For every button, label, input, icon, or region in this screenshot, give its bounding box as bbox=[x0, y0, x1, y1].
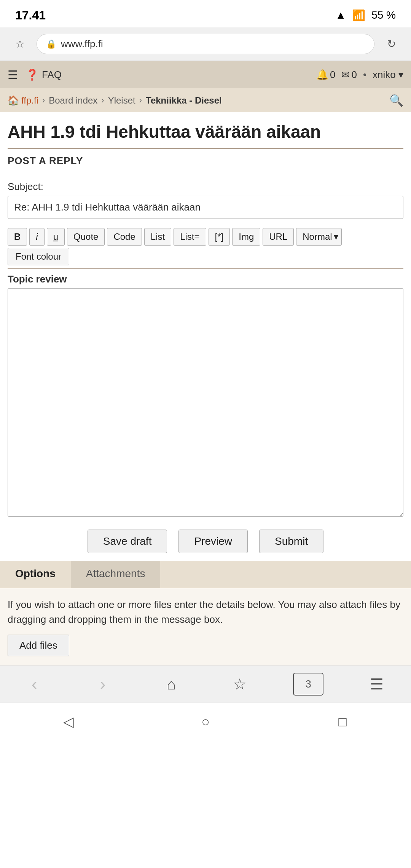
mail-icon: ✉ bbox=[341, 69, 350, 81]
subject-input[interactable] bbox=[8, 196, 403, 219]
post-reply-header: POST A REPLY bbox=[8, 148, 403, 173]
url-text: www.ffp.fi bbox=[61, 38, 103, 50]
editor-toolbar: B i u Quote Code List List= [*] Img URL … bbox=[8, 223, 403, 268]
code-button[interactable]: Code bbox=[107, 228, 142, 246]
subject-row: Subject: bbox=[8, 173, 403, 223]
search-button[interactable]: 🔍 bbox=[389, 94, 403, 107]
bell-icon: 🔔 bbox=[316, 69, 328, 81]
wifi-icon: ▲ bbox=[335, 9, 346, 21]
underline-button[interactable]: u bbox=[47, 228, 65, 246]
action-buttons: Save draft Preview Submit bbox=[0, 518, 411, 561]
breadcrumb-sep-3: › bbox=[139, 96, 142, 105]
img-button[interactable]: Img bbox=[232, 228, 260, 246]
android-recents-button[interactable]: □ bbox=[327, 710, 358, 733]
separator: • bbox=[363, 69, 366, 81]
breadcrumb-sep-1: › bbox=[42, 96, 45, 105]
italic-button[interactable]: i bbox=[29, 228, 44, 246]
faq-label: FAQ bbox=[42, 69, 62, 81]
list-button[interactable]: List bbox=[144, 228, 171, 246]
mail-count: 0 bbox=[351, 69, 357, 81]
forum-navbar: ☰ ❓ FAQ 🔔 0 ✉ 0 • xniko ▾ bbox=[0, 61, 411, 88]
quote-button[interactable]: Quote bbox=[67, 228, 105, 246]
username: xniko bbox=[373, 69, 396, 80]
faq-link[interactable]: ❓ FAQ bbox=[25, 69, 62, 81]
post-reply-section: POST A REPLY Subject: B i u Quote Code L… bbox=[0, 148, 411, 518]
bell-count: 0 bbox=[330, 69, 335, 81]
mail-item[interactable]: ✉ 0 bbox=[341, 69, 357, 81]
normal-dropdown-icon: ▾ bbox=[334, 231, 338, 242]
status-bar: 17.41 ▲ 📶 55 % bbox=[0, 0, 411, 27]
android-nav: ◁ ○ □ bbox=[0, 702, 411, 741]
bookmarks-button[interactable]: ☆ bbox=[225, 673, 255, 696]
page-title: AHH 1.9 tdi Hehkuttaa väärään aikaan bbox=[0, 112, 411, 148]
bold-button[interactable]: B bbox=[8, 228, 27, 246]
dropdown-icon: ▾ bbox=[398, 69, 403, 80]
notification-bell[interactable]: 🔔 0 bbox=[316, 69, 335, 81]
signal-icon: 📶 bbox=[352, 9, 365, 22]
attachments-description: If you wish to attach one or more files … bbox=[8, 597, 403, 627]
bookmark-button[interactable]: ☆ bbox=[9, 34, 30, 55]
font-colour-button[interactable]: Font colour bbox=[8, 248, 69, 265]
topic-review-label: Topic review bbox=[8, 269, 403, 288]
normal-select[interactable]: Normal ▾ bbox=[296, 228, 341, 246]
bottom-browser-nav: ‹ › ⌂ ☆ 3 ☰ bbox=[0, 665, 411, 702]
add-files-button[interactable]: Add files bbox=[8, 635, 69, 656]
hamburger-button[interactable]: ☰ bbox=[8, 68, 18, 81]
topic-review-textarea[interactable] bbox=[8, 288, 403, 517]
tab-options[interactable]: Options bbox=[0, 561, 71, 588]
preview-button[interactable]: Preview bbox=[178, 530, 248, 553]
breadcrumb: 🏠 ffp.fi › Board index › Yleiset › Tekni… bbox=[0, 88, 411, 112]
url-button[interactable]: URL bbox=[263, 228, 294, 246]
submit-button[interactable]: Submit bbox=[259, 530, 323, 553]
star-button[interactable]: [*] bbox=[209, 228, 230, 246]
tab-attachments[interactable]: Attachments bbox=[71, 561, 161, 588]
tabs-bar: Options Attachments bbox=[0, 561, 411, 588]
save-draft-button[interactable]: Save draft bbox=[88, 530, 167, 553]
lock-icon: 🔒 bbox=[46, 39, 56, 49]
home-button[interactable]: ⌂ bbox=[156, 673, 186, 696]
android-home-button[interactable]: ○ bbox=[190, 710, 221, 733]
user-menu[interactable]: xniko ▾ bbox=[373, 69, 403, 81]
android-back-button[interactable]: ◁ bbox=[53, 710, 84, 733]
breadcrumb-home-label: ffp.fi bbox=[21, 95, 38, 106]
attachments-panel: If you wish to attach one or more files … bbox=[0, 588, 411, 665]
url-bar[interactable]: 🔒 www.ffp.fi bbox=[37, 34, 374, 54]
list-eq-button[interactable]: List= bbox=[174, 228, 206, 246]
battery-level: 55 % bbox=[371, 9, 396, 21]
browser-bar: ☆ 🔒 www.ffp.fi ↻ bbox=[0, 27, 411, 61]
refresh-button[interactable]: ↻ bbox=[381, 34, 402, 55]
tabs-button[interactable]: 3 bbox=[293, 673, 323, 696]
status-icons: ▲ 📶 55 % bbox=[335, 9, 396, 22]
breadcrumb-board-index[interactable]: Board index bbox=[49, 95, 97, 106]
breadcrumb-home[interactable]: 🏠 ffp.fi bbox=[8, 95, 38, 106]
menu-button[interactable]: ☰ bbox=[362, 673, 392, 696]
subject-label: Subject: bbox=[8, 181, 403, 193]
question-icon: ❓ bbox=[25, 69, 39, 81]
breadcrumb-yleiset[interactable]: Yleiset bbox=[108, 95, 135, 106]
back-button[interactable]: ‹ bbox=[19, 673, 49, 696]
breadcrumb-current: Tekniikka - Diesel bbox=[146, 95, 222, 106]
nav-right: 🔔 0 ✉ 0 • xniko ▾ bbox=[316, 69, 403, 81]
home-icon: 🏠 bbox=[8, 95, 19, 106]
forward-button[interactable]: › bbox=[88, 673, 118, 696]
status-time: 17.41 bbox=[15, 8, 46, 22]
breadcrumb-sep-2: › bbox=[101, 96, 104, 105]
normal-select-label: Normal bbox=[303, 231, 332, 242]
